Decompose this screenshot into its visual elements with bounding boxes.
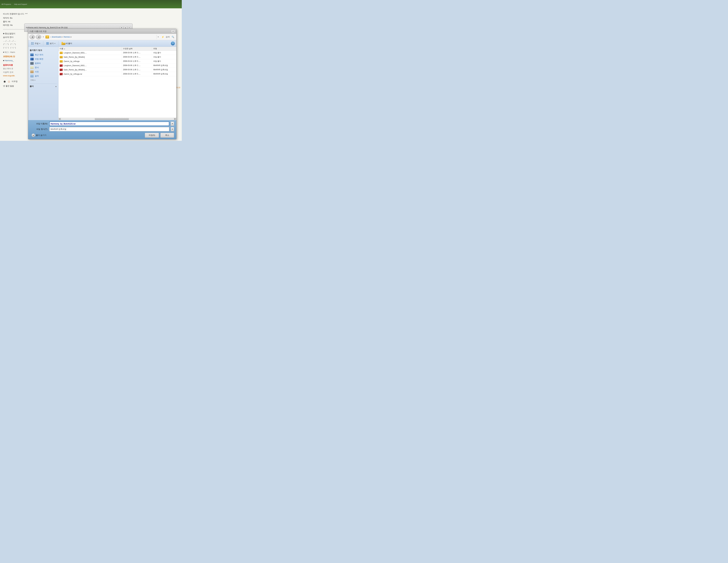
close-btn[interactable]: ✕	[128, 26, 131, 29]
file-cell-type: 파일 폴더	[152, 55, 176, 59]
minimize-btn[interactable]: ▼	[120, 26, 123, 29]
view-button[interactable]: 보기 ▼	[45, 41, 57, 46]
user-label: 이우정	[12, 80, 18, 83]
path-themes[interactable]: themes	[63, 36, 70, 38]
filetype-dropdown-btn[interactable]: ▼	[171, 127, 174, 131]
col-header-type[interactable]: 유형	[152, 47, 176, 51]
file-type: 파일 폴더	[153, 52, 161, 54]
file-cell-date: 2008-03-04 오후 5:....	[122, 72, 152, 76]
sidebar-more[interactable]: 기타 »	[30, 78, 57, 82]
folder-section-header[interactable]: 폴더 ▲	[30, 85, 57, 88]
sidebar-item-desktop[interactable]: 바탕 화면	[30, 57, 57, 61]
svg-rect-2	[31, 44, 32, 45]
sidebar-music-label: 음악	[35, 75, 39, 77]
nav-dropdown[interactable]: ▼	[42, 35, 45, 39]
harmony-link[interactable]: Harmony_	[5, 59, 14, 62]
scroll-thumb[interactable]	[95, 118, 129, 120]
file-name: Satin_Remix_[by_Mheltin]	[64, 56, 85, 58]
sidebar-item-music[interactable]: 음악	[30, 74, 57, 78]
sidebar-docs-label: 문서	[35, 66, 39, 69]
horizontal-scrollbar[interactable]: ◀ ▶	[58, 118, 176, 120]
new-folder-button[interactable]: 새 폴더	[60, 41, 74, 46]
comment-link[interactable]: 코멘트(18) 단	[3, 55, 15, 58]
filetype-row: 파일 형식(T): ▼	[30, 127, 174, 131]
forward-button[interactable]: ◀	[36, 35, 41, 39]
file-name: Longhorn_Diamond_6001....	[64, 65, 87, 67]
svg-rect-8	[47, 43, 48, 44]
cancel-button[interactable]: 취소	[160, 133, 174, 138]
svg-rect-1	[33, 42, 34, 43]
scroll-left-arrow[interactable]: ◀	[58, 118, 61, 120]
svg-rect-4	[46, 42, 47, 43]
help-button[interactable]: ?	[171, 42, 175, 45]
hide-folder-button[interactable]: ▲ 폴더 숨기기	[30, 133, 48, 138]
organize-dropdown-icon: ▼	[39, 43, 40, 44]
filename-label: 파일 이름(N):	[30, 122, 48, 125]
file-cell-name: Longhorn_Diamond_6001....	[58, 63, 122, 68]
file-type: 파일 폴더	[153, 60, 161, 63]
svg-rect-5	[47, 42, 48, 43]
file-cell-date: 2008-03-06 오후 3:....	[122, 55, 152, 59]
file-cell-date: 2008-03-04 오후 5:....	[122, 59, 152, 63]
filetype-label: 파일 형식(T):	[30, 128, 48, 131]
restore-btn[interactable]: ▲	[124, 26, 127, 29]
table-row[interactable]: Zaeron_by_orthuga 2008-03-04 오후 5:.... 파…	[58, 59, 176, 63]
sidebar-photos-label: 사진	[35, 70, 39, 73]
table-row[interactable]: Longhorn_Diamond_6001.... 2008-03-06 오후 …	[58, 63, 176, 68]
file-cell-name: Zaeron_by_orthuga	[58, 59, 122, 63]
refresh-button[interactable]: ⚡	[161, 35, 165, 39]
dialog-window-controls: ✕	[171, 30, 175, 33]
file-type: WinRAR 압축파일	[153, 73, 168, 75]
filetype-input[interactable]	[49, 127, 169, 131]
svg-rect-3	[33, 44, 34, 45]
search-button[interactable]: 🔍	[171, 35, 175, 39]
view-icon	[46, 42, 49, 45]
sidebar-item-docs[interactable]: 문서	[30, 66, 57, 70]
file-cell-date: 2008-03-06 오후 3:....	[122, 51, 152, 55]
filename-dropdown-btn[interactable]: ▼	[171, 122, 174, 126]
col-name-label: 이름	[60, 47, 63, 50]
col-header-date[interactable]: 수정한 날짜	[122, 47, 152, 51]
address-dropdown[interactable]: ▼	[157, 35, 160, 39]
path-prefix: «	[50, 36, 51, 38]
search-label: 검색	[166, 36, 170, 38]
filename-input[interactable]	[49, 122, 169, 126]
file-name: Zaeron_by_orthuga.rar	[64, 73, 82, 75]
back-button[interactable]: ◀	[29, 35, 35, 39]
sidebar-item-photos[interactable]: 사진	[30, 70, 57, 74]
path-downloads[interactable]: downloads	[52, 36, 61, 38]
computer-icon	[30, 62, 34, 65]
folder-section-label: 폴더	[30, 85, 34, 88]
cancel-button-label: 취소	[165, 134, 169, 136]
file-cell-type: WinRAR 압축파일	[152, 68, 176, 72]
table-row[interactable]: Longhorn_Diamond_6001.... 2008-03-06 오후 …	[58, 51, 176, 55]
save-dialog: 다른 이름으로 저장 ✕ ◀ ◀ ▼ 📁 « downloads ▶ theme…	[28, 29, 176, 139]
save-button[interactable]: 저장(S)	[145, 133, 159, 138]
bottom-bar: 파일 이름(N): ▼ 파일 형식(T): ▼ ▲ 폴더 숨기기 저장(S) 취…	[28, 120, 176, 139]
dialog-close-btn[interactable]: ✕	[171, 30, 175, 33]
file-cell-type: WinRAR 압축파일	[152, 72, 176, 76]
file-cell-type: WinRAR 압축파일	[152, 63, 176, 68]
download-controls: ▼ ▲ ✕	[120, 26, 131, 29]
dialog-titlebar: 다른 이름으로 저장 ✕	[28, 29, 176, 34]
sidebar-item-computer[interactable]: 컴퓨터	[30, 61, 57, 65]
organize-button[interactable]: 구성 ▼	[30, 41, 42, 46]
ad-url[interactable]: www.ezguide.	[3, 75, 15, 77]
scroll-right-arrow[interactable]: ▶	[174, 118, 176, 120]
path-arrow1: ▶	[62, 36, 63, 38]
table-row[interactable]: Zaeron_by_orthuga.rar 2008-03-04 오후 5:..…	[58, 72, 176, 76]
svg-rect-10	[46, 44, 47, 45]
col-header-name[interactable]: 이름 ▲	[58, 47, 122, 51]
action-row: ▲ 폴더 숨기기 저장(S) 취소	[30, 133, 174, 138]
hide-folder-label: 폴더 숨기기	[36, 134, 46, 137]
scroll-track[interactable]	[61, 118, 174, 120]
file-list-area: 이름 ▲ 수정한 날짜 유형 Longhorn_Diamond_6001....	[58, 47, 176, 118]
file-name: Longhorn_Diamond_6001....	[64, 52, 87, 54]
sidebar-item-recent[interactable]: 최근 위치	[30, 53, 57, 57]
table-row[interactable]: Satin_Remix_[by_Mheltin].... 2008-03-06 …	[58, 68, 176, 72]
file-cell-name: Satin_Remix_[by_Mheltin]	[58, 55, 122, 59]
file-type: WinRAR 압축파일	[153, 68, 168, 71]
ad-text1: 용산 최대 온	[3, 68, 13, 70]
table-row[interactable]: Satin_Remix_[by_Mheltin] 2008-03-06 오후 3…	[58, 55, 176, 59]
organize-icon	[31, 42, 34, 45]
